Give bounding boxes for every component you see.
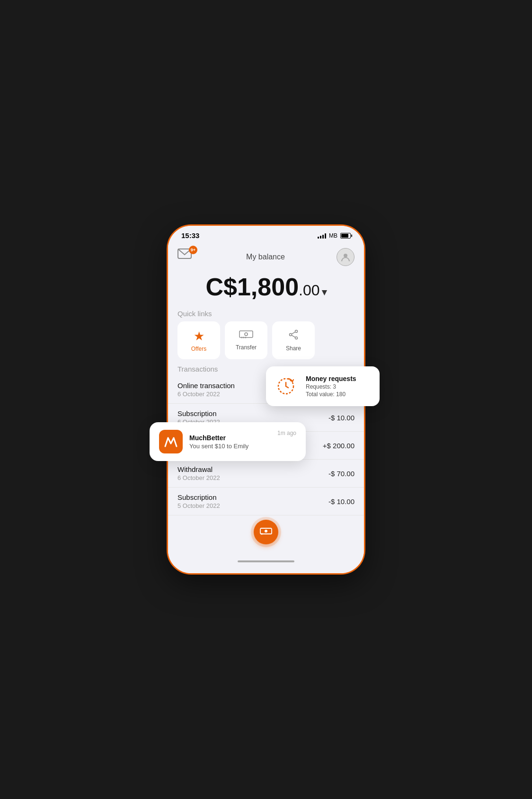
home-indicator bbox=[238, 560, 294, 562]
money-requests-title: Money requests bbox=[306, 375, 356, 382]
tx-amount: -$ 10.00 bbox=[328, 497, 355, 506]
quick-link-share-label: Share bbox=[286, 345, 301, 352]
notification-text: MuchBetter You sent $10 to Emily bbox=[189, 434, 271, 450]
money-transfer-icon bbox=[239, 330, 253, 342]
status-bar: 15:33 MB bbox=[168, 226, 364, 243]
share-icon bbox=[288, 329, 299, 343]
svg-line-8 bbox=[292, 335, 295, 337]
notification-message: You sent $10 to Emily bbox=[189, 443, 271, 450]
app-header: 9+ My balance bbox=[168, 243, 364, 270]
battery-icon bbox=[340, 233, 351, 239]
notification-app-name: MuchBetter bbox=[189, 434, 271, 442]
mail-button[interactable]: 9+ bbox=[177, 249, 195, 266]
money-requests-total: Total value: 180 bbox=[306, 391, 356, 398]
svg-point-6 bbox=[295, 337, 298, 339]
svg-point-10 bbox=[265, 530, 267, 533]
quick-links-row: ★ Offers Transfer bbox=[168, 321, 364, 359]
table-row[interactable]: Subscription 5 October 2022 -$ 10.00 bbox=[168, 488, 364, 515]
fab-area bbox=[251, 517, 281, 547]
balance-section: C$1,800.00 ▾ bbox=[168, 270, 364, 308]
balance-dropdown-icon[interactable]: ▾ bbox=[322, 286, 327, 298]
clock-refresh-icon bbox=[275, 374, 299, 399]
svg-point-4 bbox=[295, 330, 298, 333]
send-money-button[interactable] bbox=[254, 520, 278, 544]
status-icons: MB bbox=[318, 232, 351, 239]
tx-amount: +$ 200.00 bbox=[323, 442, 355, 450]
mail-badge: 9+ bbox=[189, 246, 197, 254]
avatar-icon bbox=[340, 252, 351, 262]
balance-main: C$1,800 bbox=[205, 273, 299, 301]
tx-date: 6 October 2022 bbox=[177, 474, 220, 481]
balance-display[interactable]: C$1,800.00 ▾ bbox=[168, 273, 364, 301]
battery-fill bbox=[341, 234, 348, 238]
money-requests-card[interactable]: Money requests Requests: 3 Total value: … bbox=[266, 366, 380, 406]
money-requests-text: Money requests Requests: 3 Total value: … bbox=[306, 375, 356, 398]
send-money-icon bbox=[260, 528, 272, 536]
quick-link-transfer[interactable]: Transfer bbox=[225, 321, 267, 359]
money-requests-icon bbox=[275, 374, 299, 399]
notification-card[interactable]: MuchBetter You sent $10 to Emily 1m ago bbox=[150, 422, 306, 461]
tx-name: Withdrawal bbox=[177, 465, 220, 473]
balance-cents: .00 bbox=[299, 282, 319, 299]
quick-links-label: Quick links bbox=[168, 308, 364, 321]
carrier-label: MB bbox=[329, 232, 337, 239]
tx-date: 5 October 2022 bbox=[177, 502, 220, 509]
scene: 15:33 MB 9+ bbox=[143, 215, 389, 584]
header-title: My balance bbox=[246, 253, 285, 261]
status-time: 15:33 bbox=[181, 231, 199, 240]
quick-link-share[interactable]: Share bbox=[272, 321, 315, 359]
svg-rect-2 bbox=[239, 331, 253, 337]
star-icon: ★ bbox=[194, 329, 204, 344]
svg-point-1 bbox=[344, 254, 347, 257]
quick-link-offers-label: Offers bbox=[191, 346, 206, 352]
table-row[interactable]: Withdrawal 6 October 2022 -$ 70.00 bbox=[168, 460, 364, 488]
muchbetter-app-icon bbox=[159, 430, 183, 453]
quick-link-offers[interactable]: ★ Offers bbox=[177, 321, 220, 359]
signal-icon bbox=[318, 233, 326, 239]
tx-name: Online transaction bbox=[177, 382, 235, 390]
quick-link-transfer-label: Transfer bbox=[236, 344, 257, 351]
tx-amount: -$ 10.00 bbox=[328, 414, 355, 422]
tx-name: Subscription bbox=[177, 409, 220, 417]
fab-glow bbox=[251, 517, 281, 547]
tx-amount: -$ 70.00 bbox=[328, 470, 355, 478]
avatar[interactable] bbox=[337, 248, 355, 266]
svg-point-5 bbox=[290, 334, 292, 336]
svg-line-7 bbox=[292, 332, 295, 334]
money-requests-count: Requests: 3 bbox=[306, 383, 356, 390]
tx-date: 6 October 2022 bbox=[177, 391, 235, 398]
svg-point-3 bbox=[245, 333, 248, 336]
muchbetter-logo-icon bbox=[163, 435, 178, 448]
tx-name: Subscription bbox=[177, 493, 220, 501]
notification-time: 1m ago bbox=[277, 430, 296, 436]
